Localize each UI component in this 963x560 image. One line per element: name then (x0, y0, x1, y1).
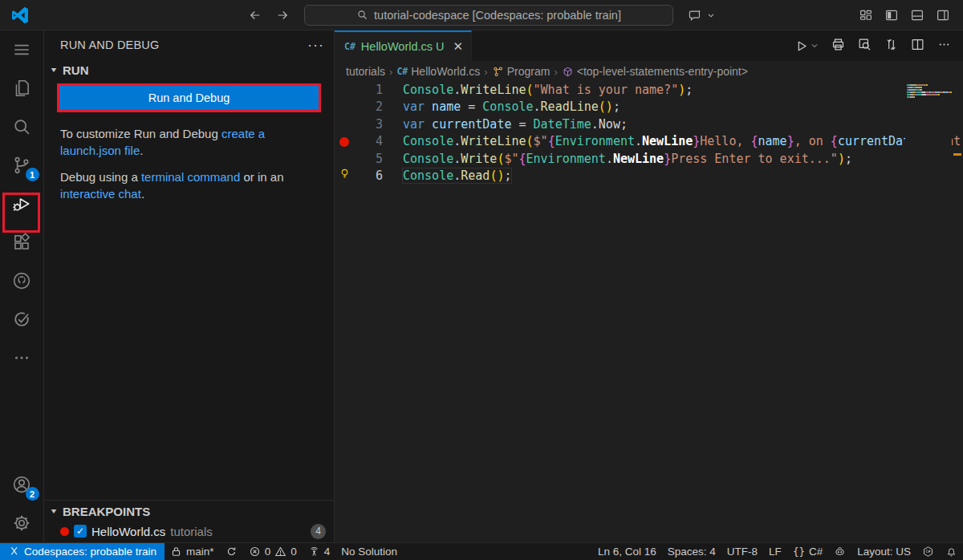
breakpoint-item[interactable]: ✓ HelloWorld.cs tutorials 4 (44, 521, 334, 541)
breakpoint-icon[interactable] (339, 137, 349, 147)
sidebar-item-search[interactable] (0, 108, 44, 146)
forward-icon[interactable] (274, 6, 291, 24)
code-line[interactable]: 4Console.WriteLine($"{Environment.NewLin… (335, 133, 963, 150)
more-views-icon[interactable] (0, 339, 44, 377)
status-item[interactable] (940, 543, 963, 560)
status-item[interactable]: Ln 6, Col 16 (592, 543, 662, 560)
code-line[interactable]: 3var currentDate = DateTime.Now; (335, 116, 963, 133)
tab-helloworld[interactable]: C# HelloWorld.cs U ✕ (335, 30, 472, 61)
extensions-icon (11, 232, 32, 253)
print-icon[interactable] (831, 37, 846, 55)
status-item[interactable]: 4 (303, 543, 336, 560)
vscode-logo (10, 5, 30, 26)
status-item[interactable]: 00 (243, 543, 303, 560)
files-icon (11, 78, 32, 99)
sidebar-item-source-control[interactable]: 1 (0, 146, 44, 185)
more-actions-icon[interactable]: ··· (307, 37, 324, 54)
code-line[interactable]: 6Console.Read(); (335, 168, 963, 185)
chat-button[interactable] (686, 6, 717, 24)
toggle-secondary-sidebar-icon[interactable] (934, 6, 952, 24)
line-number: 6 (354, 168, 383, 185)
sidebar-item-extensions[interactable] (0, 223, 44, 262)
breadcrumb-item[interactable]: <top-level-statements-entry-point> (562, 65, 748, 78)
search-value: tutorial-codespace [Codespaces: probable… (374, 9, 621, 22)
search-editor-icon[interactable] (857, 37, 872, 55)
run-and-debug-button[interactable]: Run and Debug (59, 86, 319, 110)
status-item[interactable]: main* (165, 543, 220, 560)
line-number: 1 (354, 82, 383, 99)
warning-icon (274, 546, 286, 558)
play-icon (794, 39, 809, 54)
breakpoints-title: BREAKPOINTS (63, 505, 150, 518)
sidebar-item-explorer[interactable] (0, 69, 44, 108)
breakpoint-path: tutorials (170, 525, 213, 538)
more-actions-icon[interactable] (937, 37, 952, 55)
accounts-icon[interactable]: 2 (0, 465, 44, 504)
glyph-margin[interactable] (335, 116, 354, 133)
status-item[interactable]: Spaces: 4 (662, 543, 721, 560)
link[interactable]: terminal command (141, 170, 240, 184)
sidebar-item-github[interactable] (0, 262, 44, 300)
link[interactable]: interactive chat (60, 187, 141, 201)
toggle-primary-sidebar-icon[interactable] (883, 6, 900, 24)
breadcrumb-separator: › (484, 66, 487, 78)
status-item[interactable]: {}C# (787, 543, 828, 560)
csharp-file-icon: C# (396, 66, 408, 77)
sidebar-item-run-and-debug[interactable] (0, 185, 44, 223)
breadcrumb-separator: › (554, 66, 557, 78)
tab-bar: C# HelloWorld.cs U ✕ (335, 30, 963, 61)
sidebar-title: RUN AND DEBUG (60, 39, 159, 51)
status-item[interactable] (828, 543, 851, 560)
editor-group: C# HelloWorld.cs U ✕ (335, 30, 963, 542)
breadcrumb-item[interactable]: Program (492, 65, 551, 78)
error-icon (249, 546, 261, 558)
toggle-panel-icon[interactable] (908, 6, 926, 24)
status-item[interactable]: Layout: US (851, 543, 916, 560)
copilot-icon (834, 546, 846, 558)
menu-icon[interactable] (0, 30, 44, 69)
glyph-margin[interactable] (335, 99, 354, 116)
sidebar-item-testing[interactable] (0, 300, 44, 339)
split-editor-icon[interactable] (910, 37, 925, 55)
glyph-margin[interactable] (335, 168, 354, 185)
breakpoint-file: HelloWorld.cs (91, 525, 165, 538)
status-item-remote[interactable]: Codespaces: probable train (0, 543, 165, 560)
run-button[interactable] (794, 39, 819, 54)
open-changes-icon[interactable] (884, 37, 899, 55)
breakpoint-dot-icon (60, 527, 69, 536)
status-item[interactable]: C# (916, 543, 940, 560)
glyph-margin[interactable] (335, 82, 354, 99)
back-icon[interactable] (246, 6, 264, 24)
breakpoints-header[interactable]: ▼ BREAKPOINTS (44, 501, 334, 521)
radio-tower-icon (308, 546, 320, 558)
breakpoint-checkbox[interactable]: ✓ (74, 525, 87, 538)
breadcrumbs[interactable]: tutorials›C#HelloWorld.cs›Program›<top-l… (335, 61, 963, 82)
code-line[interactable]: 5Console.Write($"{Environment.NewLine}Pr… (335, 151, 963, 168)
run-and-debug-sidebar: RUN AND DEBUG ··· ▼ RUN Run and Debug To… (44, 30, 335, 542)
customize-layout-icon[interactable] (857, 6, 875, 24)
run-section-header[interactable]: ▼ RUN (44, 59, 334, 80)
settings-gear-icon[interactable] (0, 504, 44, 542)
lightbulb-icon[interactable] (339, 168, 351, 185)
chat-icon (686, 6, 704, 24)
code-lines: 1Console.WriteLine("What is your name?")… (335, 82, 963, 185)
breadcrumb-item[interactable]: C#HelloWorld.cs (396, 65, 480, 78)
command-center-search[interactable]: tutorial-codespace [Codespaces: probable… (304, 5, 673, 26)
status-item[interactable] (220, 543, 243, 560)
breakpoints-section: ▼ BREAKPOINTS ✓ HelloWorld.cs tutorials … (44, 500, 334, 542)
code-editor[interactable]: 1Console.WriteLine("What is your name?")… (335, 82, 963, 542)
glyph-margin[interactable] (335, 151, 354, 168)
status-item[interactable]: No Solution (335, 543, 403, 560)
code-line[interactable]: 1Console.WriteLine("What is your name?")… (335, 82, 963, 99)
close-icon[interactable]: ✕ (453, 39, 464, 54)
glyph-margin[interactable] (335, 133, 354, 150)
status-item[interactable]: UTF-8 (721, 543, 763, 560)
svg-text:C#: C# (925, 549, 930, 554)
status-bar: Codespaces: probable trainmain*004No Sol… (0, 542, 963, 560)
status-item[interactable]: LF (763, 543, 787, 560)
braces-icon: {} (793, 546, 805, 558)
breadcrumb-item[interactable]: tutorials (346, 65, 385, 78)
minimap[interactable] (905, 82, 952, 542)
code-line[interactable]: 2var name = Console.ReadLine(); (335, 99, 963, 116)
run-section-label: RUN (63, 63, 89, 77)
